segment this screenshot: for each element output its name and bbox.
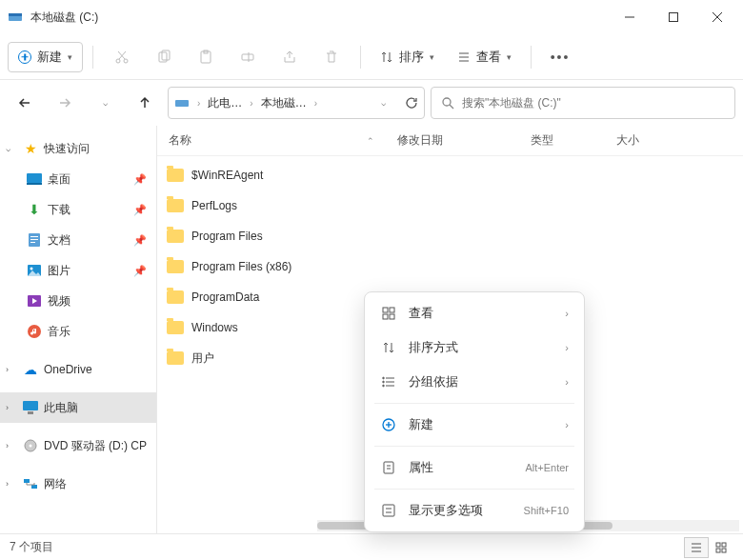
view-button[interactable]: 查看 ▾	[448, 43, 521, 71]
svg-rect-38	[383, 314, 388, 319]
file-row[interactable]: Program Files (x86)	[157, 251, 743, 282]
ctx-label: 显示更多选项	[409, 502, 512, 519]
new-button-label: 新建	[37, 49, 62, 66]
sidebar-network[interactable]: › 网络	[0, 469, 156, 499]
music-icon	[27, 324, 42, 339]
sidebar-dvd[interactable]: › DVD 驱动器 (D:) CP	[0, 430, 156, 461]
pin-icon: 📌	[133, 204, 147, 216]
ctx-new[interactable]: 新建 ›	[369, 408, 580, 442]
svg-rect-49	[384, 462, 393, 473]
col-name[interactable]: 名称⌃	[157, 132, 386, 149]
cut-button[interactable]	[103, 40, 141, 74]
paste-button[interactable]	[187, 40, 225, 74]
ctx-more[interactable]: 显示更多选项 Shift+F10	[369, 493, 580, 528]
chevron-right-icon: ›	[565, 308, 569, 319]
sidebar-item-label: 桌面	[48, 171, 70, 188]
chevron-down-icon: ⌵	[103, 98, 108, 108]
separator	[374, 403, 574, 404]
svg-rect-61	[722, 549, 726, 552]
folder-icon	[167, 351, 184, 365]
rename-button[interactable]	[229, 40, 267, 74]
thumbnail-view-button[interactable]	[709, 537, 733, 558]
chevron-right-icon: ›	[250, 98, 252, 109]
sidebar-item-pictures[interactable]: 图片 📌	[0, 255, 156, 286]
sort-label: 排序	[399, 49, 424, 66]
window-controls	[608, 2, 739, 32]
minimize-button[interactable]	[608, 2, 652, 32]
file-row[interactable]: $WinREAgent	[157, 160, 743, 190]
history-button[interactable]: ⌵	[88, 86, 122, 120]
separator	[531, 46, 532, 69]
sidebar-item-label: 下载	[48, 202, 70, 218]
grid-icon	[380, 307, 397, 320]
drive-icon	[8, 10, 23, 25]
delete-button[interactable]	[312, 40, 351, 74]
chevron-right-icon: ›	[6, 479, 17, 489]
chevron-down-icon[interactable]: ⌵	[381, 98, 386, 108]
file-row[interactable]: Program Files	[157, 221, 743, 251]
svg-rect-3	[670, 13, 678, 22]
chevron-down-icon: ⌵	[6, 144, 17, 153]
chevron-down-icon: ▾	[507, 52, 512, 62]
sidebar-item-desktop[interactable]: 桌面 📌	[0, 164, 156, 194]
document-icon	[27, 232, 42, 248]
col-date[interactable]: 修改日期	[386, 132, 519, 149]
sidebar-item-downloads[interactable]: ⬇ 下载 📌	[0, 194, 156, 225]
search-icon	[441, 96, 454, 110]
sidebar-this-pc[interactable]: › 此电脑	[0, 392, 156, 423]
sidebar-item-label: 快速访问	[44, 141, 90, 157]
sidebar-item-videos[interactable]: 视频	[0, 286, 156, 316]
search-bar[interactable]	[431, 87, 735, 119]
ctx-shortcut: Alt+Enter	[525, 462, 569, 473]
chevron-right-icon: ›	[6, 441, 17, 450]
up-button[interactable]	[128, 86, 162, 120]
pin-icon: 📌	[133, 265, 147, 277]
sidebar-item-documents[interactable]: 文档 📌	[0, 225, 156, 255]
svg-rect-1	[9, 13, 22, 16]
search-input[interactable]	[462, 96, 725, 110]
pictures-icon	[27, 263, 42, 278]
copy-button[interactable]	[145, 40, 183, 74]
svg-rect-17	[175, 100, 189, 107]
sort-button[interactable]: 排序 ▾	[371, 43, 444, 71]
ctx-properties[interactable]: 属性 Alt+Enter	[369, 450, 580, 485]
svg-rect-39	[390, 314, 394, 319]
address-bar[interactable]: › 此电… › 本地磁… › ⌵	[168, 87, 425, 119]
maximize-button[interactable]	[652, 2, 695, 32]
ctx-group[interactable]: 分组依据 ›	[369, 365, 580, 399]
breadcrumb-pc[interactable]: 此电…	[208, 95, 242, 111]
ctx-sort[interactable]: 排序方式 ›	[369, 330, 580, 365]
new-button[interactable]: 新建 ▾	[8, 42, 83, 72]
ctx-label: 属性	[409, 459, 513, 476]
sidebar-quick-access[interactable]: ⌵ ★ 快速访问	[0, 133, 156, 164]
file-row[interactable]: PerfLogs	[157, 190, 743, 221]
more-button[interactable]: •••	[541, 40, 579, 74]
view-icon	[457, 50, 471, 64]
video-icon	[27, 293, 42, 309]
share-button[interactable]	[271, 40, 309, 74]
close-button[interactable]	[695, 2, 739, 32]
sidebar-onedrive[interactable]: › ☁ OneDrive	[0, 354, 156, 385]
sidebar-item-label: 网络	[44, 476, 67, 492]
ctx-label: 分组依据	[409, 373, 553, 390]
svg-rect-36	[383, 308, 388, 312]
details-view-button[interactable]	[684, 537, 709, 558]
col-type[interactable]: 类型	[519, 132, 605, 149]
svg-rect-34	[24, 479, 30, 483]
file-name: $WinREAgent	[191, 169, 263, 182]
ctx-view[interactable]: 查看 ›	[369, 296, 580, 330]
back-button[interactable]	[8, 86, 42, 120]
chevron-right-icon: ›	[565, 419, 569, 430]
ctx-shortcut: Shift+F10	[524, 505, 569, 516]
chevron-right-icon: ›	[565, 376, 569, 388]
breadcrumb-drive[interactable]: 本地磁…	[261, 95, 307, 111]
chevron-right-icon: ›	[6, 365, 17, 374]
ctx-label: 查看	[409, 305, 553, 322]
forward-button[interactable]	[48, 86, 82, 120]
col-size[interactable]: 大小	[605, 132, 672, 149]
refresh-button[interactable]	[405, 96, 418, 110]
svg-rect-24	[30, 239, 38, 240]
drive-icon	[174, 95, 190, 110]
sidebar-item-music[interactable]: 音乐	[0, 316, 156, 347]
group-icon	[380, 375, 397, 389]
